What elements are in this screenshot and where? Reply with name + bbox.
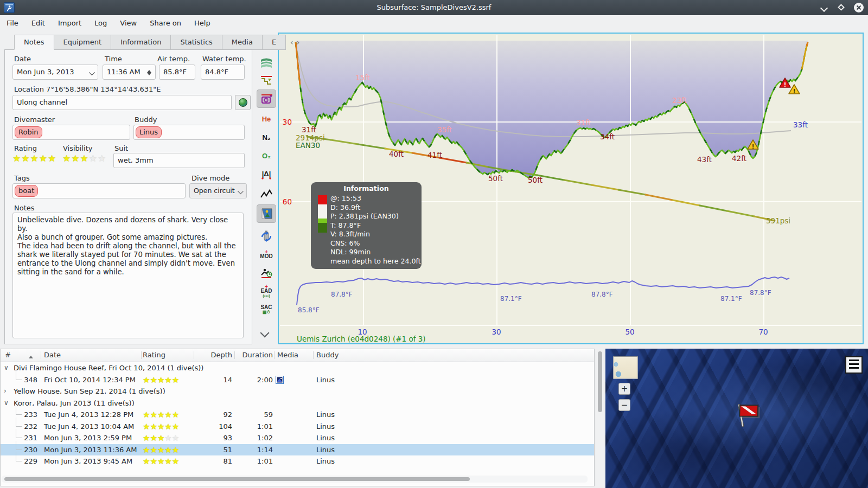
tab-notes[interactable]: Notes	[14, 35, 54, 50]
vertical-scrollbar[interactable]	[596, 350, 604, 486]
vertical-scrollbar-thumb[interactable]	[598, 351, 602, 412]
star-filled-icon[interactable]: ★	[150, 445, 157, 455]
menu-log[interactable]: Log	[88, 15, 113, 31]
star-filled-icon[interactable]: ★	[157, 422, 164, 432]
water-temp-field[interactable]: 84.8°F	[201, 65, 245, 80]
heartrate-icon[interactable]	[257, 187, 276, 203]
dive-row[interactable]: 233Tue Jun 4, 2013 12:28 PM★★★★★9259Linu…	[1, 409, 594, 420]
star-filled-icon[interactable]: ★	[80, 153, 89, 164]
tab-scroll-left-icon[interactable]: ‹	[290, 38, 293, 47]
notes-textarea[interactable]: Unbelievable dive. Dozens and dozens of …	[12, 213, 244, 338]
column-header-rating[interactable]: Rating	[143, 349, 165, 361]
star-filled-icon[interactable]: ★	[30, 153, 39, 164]
rating-stars[interactable]: ★★★★★	[12, 154, 56, 163]
sort-ascending-icon[interactable]	[29, 354, 33, 358]
star-filled-icon[interactable]: ★	[143, 375, 150, 385]
star-empty-icon[interactable]: ★	[172, 433, 179, 443]
map-menu-button[interactable]	[845, 356, 863, 374]
menu-file[interactable]: File	[0, 15, 25, 31]
divemaster-field[interactable]: Robin	[12, 125, 130, 140]
star-filled-icon[interactable]: ★	[157, 433, 164, 443]
helium-pp-icon[interactable]: He	[257, 111, 276, 127]
dive-profile-chart[interactable]: 15ft35ft31ft23ft31ft40ft41ft50ft50ft34ft…	[278, 33, 864, 344]
star-filled-icon[interactable]: ★	[164, 410, 171, 420]
location-field[interactable]: Ulong channel	[12, 95, 232, 110]
star-filled-icon[interactable]: ★	[172, 457, 179, 466]
star-filled-icon[interactable]: ★	[150, 433, 157, 443]
oxygen-pp-icon[interactable]: O₂	[257, 147, 276, 164]
collapse-icon[interactable]: ∨	[4, 362, 11, 374]
star-filled-icon[interactable]: ★	[164, 422, 171, 432]
suit-field[interactable]: wet, 3mm	[113, 153, 245, 168]
trip-row[interactable]: ∨Koror, Palau, Jun 2013 (11 dive(s))	[1, 397, 594, 409]
menu-help[interactable]: Help	[188, 15, 217, 31]
overview-map-thumbnail[interactable]	[613, 356, 638, 379]
expand-icon[interactable]: ›	[4, 386, 11, 397]
star-filled-icon[interactable]: ★	[164, 375, 171, 385]
ruler-icon[interactable]: |Δ|	[257, 166, 276, 182]
buddy-chip[interactable]: Linus	[136, 126, 162, 138]
star-filled-icon[interactable]: ★	[150, 422, 157, 432]
calculated-ceiling-icon[interactable]	[257, 73, 276, 89]
photos-icon[interactable]	[257, 204, 276, 223]
tab-statistics[interactable]: Statistics	[171, 35, 222, 50]
sac-icon[interactable]: SAC▦⏱	[257, 301, 276, 318]
ead-icon[interactable]: +EAD(•••)	[257, 283, 276, 299]
map-zoom-in-button[interactable]: +	[618, 383, 630, 395]
star-filled-icon[interactable]: ★	[157, 375, 164, 385]
minimize-icon[interactable]	[819, 3, 829, 12]
star-filled-icon[interactable]: ★	[143, 433, 150, 443]
star-filled-icon[interactable]: ★	[157, 445, 164, 455]
tab-e[interactable]: E	[263, 35, 286, 50]
map-location-button[interactable]	[235, 95, 251, 110]
buddy-field[interactable]: Linus	[133, 125, 245, 140]
star-filled-icon[interactable]: ★	[157, 457, 164, 466]
star-filled-icon[interactable]: ★	[143, 410, 150, 420]
column-header-duration[interactable]: Duration	[235, 349, 273, 361]
star-empty-icon[interactable]: ★	[164, 433, 171, 443]
time-field[interactable]: 11:36 AM	[103, 65, 156, 80]
dive-site-map[interactable]: + −	[605, 349, 868, 488]
spinner-icon[interactable]	[146, 67, 152, 79]
map-zoom-out-button[interactable]: −	[618, 399, 630, 411]
tissues-icon[interactable]	[257, 89, 276, 108]
star-filled-icon[interactable]: ★	[62, 153, 71, 164]
dive-row[interactable]: 230Mon Jun 3, 2013 11:36 AM★★★★★511:14Li…	[1, 444, 594, 455]
tag-chip[interactable]: boat	[15, 185, 38, 197]
dc-ceiling-icon[interactable]	[257, 265, 276, 281]
star-filled-icon[interactable]: ★	[172, 445, 179, 455]
dive-row[interactable]: 232Tue Jun 4, 2013 10:04 AM★★★★★1041:01L…	[1, 421, 594, 432]
menu-view[interactable]: View	[113, 15, 143, 31]
star-filled-icon[interactable]: ★	[39, 153, 48, 164]
star-filled-icon[interactable]: ★	[164, 457, 171, 466]
star-filled-icon[interactable]: ★	[164, 445, 171, 455]
trip-row[interactable]: ∨Divi Flamingo House Reef, Fri Oct 10, 2…	[1, 362, 594, 374]
tab-scroll-right-icon[interactable]: ›	[297, 38, 300, 47]
horizontal-scrollbar[interactable]	[2, 476, 588, 483]
dive-flag-marker[interactable]	[731, 399, 766, 433]
column-header-media[interactable]: Media	[277, 349, 298, 361]
toolbar-scroll-down-icon[interactable]	[260, 330, 269, 336]
horizontal-scrollbar-thumb[interactable]	[4, 477, 470, 481]
air-temp-field[interactable]: 85.8°F	[159, 65, 195, 80]
menu-import[interactable]: Import	[52, 15, 88, 31]
star-filled-icon[interactable]: ★	[143, 457, 150, 466]
tab-media[interactable]: Media	[222, 35, 263, 50]
date-field[interactable]: Mon Jun 3, 2013	[12, 65, 98, 80]
tab-equipment[interactable]: Equipment	[54, 35, 112, 50]
tank-bar-icon[interactable]	[257, 228, 276, 244]
star-filled-icon[interactable]: ★	[172, 410, 179, 420]
close-icon[interactable]	[854, 3, 864, 12]
dive-mode-select[interactable]: Open circuit	[189, 183, 247, 198]
star-empty-icon[interactable]: ★	[89, 153, 98, 164]
star-filled-icon[interactable]: ★	[150, 457, 157, 466]
column-header-buddy[interactable]: Buddy	[316, 349, 339, 361]
star-filled-icon[interactable]: ★	[172, 422, 179, 432]
star-filled-icon[interactable]: ★	[71, 153, 80, 164]
star-filled-icon[interactable]: ★	[143, 445, 150, 455]
maximize-icon[interactable]	[837, 3, 846, 12]
mod-icon[interactable]: +MOD	[257, 246, 276, 262]
visibility-stars[interactable]: ★★★★★	[62, 154, 106, 163]
star-filled-icon[interactable]: ★	[48, 153, 56, 164]
dive-row[interactable]: 231Mon Jun 3, 2013 2:59 PM★★★★★931:02Lin…	[1, 432, 594, 444]
